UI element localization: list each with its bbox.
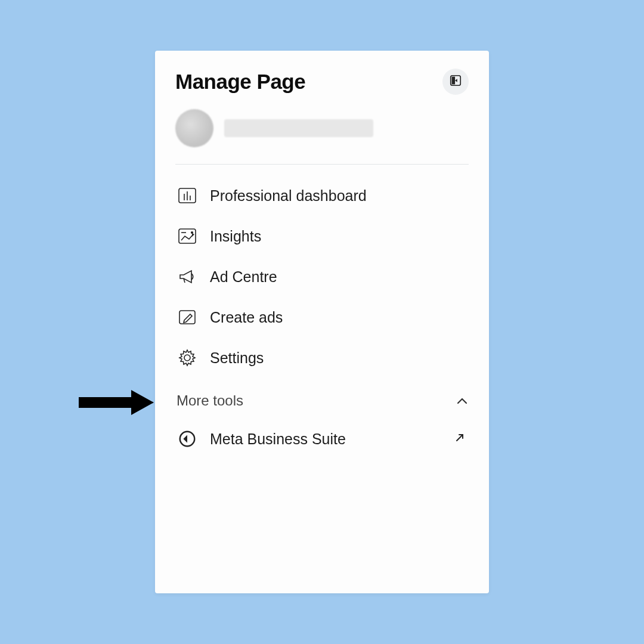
nav-label: Create ads bbox=[210, 309, 283, 326]
insights-icon bbox=[177, 225, 198, 247]
nav-item-insights[interactable]: Insights bbox=[175, 216, 469, 256]
svg-rect-7 bbox=[179, 229, 196, 243]
more-tools-title: More tools bbox=[177, 392, 243, 409]
more-tools-header[interactable]: More tools bbox=[175, 378, 469, 420]
panel-title: Manage Page bbox=[175, 70, 305, 94]
nav-label: Insights bbox=[210, 228, 261, 245]
nav-item-ad-centre[interactable]: Ad Centre bbox=[175, 256, 469, 297]
page-avatar bbox=[175, 109, 213, 147]
tool-item-meta-business-suite[interactable]: Meta Business Suite bbox=[175, 420, 469, 458]
svg-marker-16 bbox=[131, 390, 154, 415]
tool-label: Meta Business Suite bbox=[210, 431, 442, 448]
gear-icon bbox=[177, 347, 198, 369]
nav-item-create-ads[interactable]: Create ads bbox=[175, 297, 469, 338]
megaphone-icon bbox=[177, 266, 198, 287]
pencil-icon bbox=[177, 306, 198, 328]
divider bbox=[175, 164, 469, 165]
nav-label: Settings bbox=[210, 349, 264, 367]
svg-marker-10 bbox=[192, 233, 194, 237]
external-link-icon bbox=[454, 431, 467, 447]
svg-rect-1 bbox=[452, 77, 456, 85]
manage-page-panel: Manage Page Professional dashboard Insig… bbox=[155, 51, 489, 593]
chevron-up-icon bbox=[457, 394, 467, 408]
svg-point-9 bbox=[191, 232, 193, 234]
svg-point-13 bbox=[184, 355, 190, 361]
nav-label: Professional dashboard bbox=[210, 187, 367, 205]
dashboard-icon bbox=[177, 185, 198, 206]
annotation-arrow bbox=[78, 388, 155, 420]
nav-label: Ad Centre bbox=[210, 268, 277, 286]
nav-list: Professional dashboard Insights Ad Centr… bbox=[175, 175, 469, 378]
collapse-icon bbox=[449, 74, 462, 89]
collapse-sidebar-button[interactable] bbox=[442, 69, 469, 95]
nav-item-settings[interactable]: Settings bbox=[175, 338, 469, 378]
svg-marker-2 bbox=[455, 79, 457, 82]
panel-header: Manage Page bbox=[175, 69, 469, 95]
page-name-redacted bbox=[224, 119, 373, 137]
meta-icon bbox=[177, 428, 198, 450]
page-identity-row[interactable] bbox=[175, 109, 469, 147]
nav-item-professional-dashboard[interactable]: Professional dashboard bbox=[175, 175, 469, 216]
